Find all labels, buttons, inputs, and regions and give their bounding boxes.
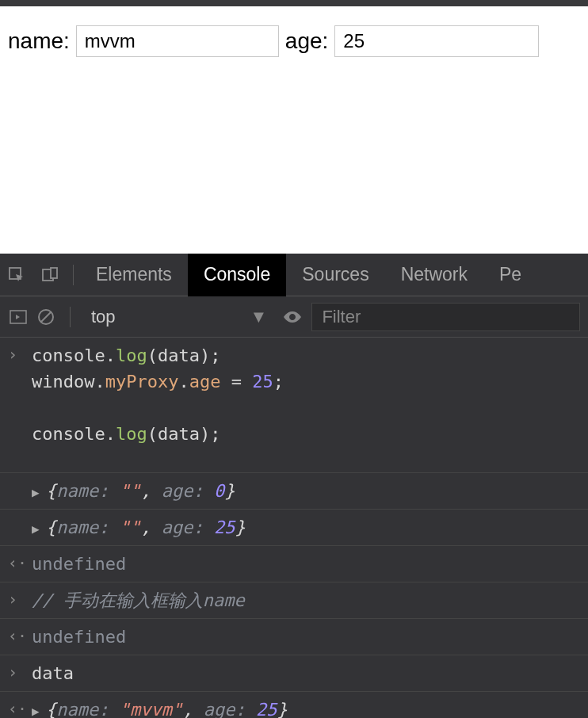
dropdown-icon: ▼ xyxy=(250,307,268,327)
page-content: name: age: xyxy=(0,6,588,254)
eye-icon[interactable] xyxy=(281,309,304,325)
console-input-comment[interactable]: › // 手动在输入框输入name xyxy=(0,582,588,619)
expand-arrow-icon[interactable]: ▶ xyxy=(32,520,46,539)
svg-line-5 xyxy=(41,312,51,322)
console-return-1: ‹· undefined xyxy=(0,546,588,582)
inspect-icon[interactable] xyxy=(0,265,33,285)
tab-elements[interactable]: Elements xyxy=(80,254,188,296)
console-input-data[interactable]: › data xyxy=(0,655,588,692)
output-marker-icon: ‹· xyxy=(8,551,27,575)
device-toggle-icon[interactable] xyxy=(33,265,67,285)
toolbar-divider xyxy=(70,307,71,327)
code-input: console.log(data); window.myProxy.age = … xyxy=(32,342,582,468)
tab-performance[interactable]: Pe xyxy=(483,254,537,296)
input-marker-icon: › xyxy=(8,342,17,366)
console-return-2: ‹· undefined xyxy=(0,619,588,655)
undefined-value: undefined xyxy=(32,554,126,574)
tab-network[interactable]: Network xyxy=(385,254,483,296)
tab-sources[interactable]: Sources xyxy=(286,254,384,296)
svg-rect-2 xyxy=(51,268,57,278)
expand-arrow-icon[interactable]: ▶ xyxy=(32,483,46,502)
console-toolbar: top ▼ xyxy=(0,296,588,338)
data-command: data xyxy=(32,663,74,683)
comment-text: // 手动在输入框输入name xyxy=(32,590,245,610)
filter-input[interactable] xyxy=(311,303,580,331)
name-input[interactable] xyxy=(76,25,279,57)
age-field-group: age: xyxy=(285,25,540,57)
input-marker-icon: › xyxy=(8,660,17,684)
tab-divider xyxy=(73,265,74,285)
console-output-3[interactable]: ‹· ▶{name: "mvvm", age: 25} xyxy=(0,692,588,718)
output-marker-icon: ‹· xyxy=(8,624,27,647)
output-marker-icon: ‹· xyxy=(8,697,27,718)
devtools-panel: Elements Console Sources Network Pe top … xyxy=(0,254,588,718)
undefined-value: undefined xyxy=(32,627,126,647)
age-label: age: xyxy=(285,29,329,54)
tab-console[interactable]: Console xyxy=(188,254,286,296)
console-output-2[interactable]: ▶{name: "", age: 25} xyxy=(0,510,588,546)
clear-console-icon[interactable] xyxy=(36,307,55,327)
name-label: name: xyxy=(8,29,70,54)
input-marker-icon: › xyxy=(8,587,17,611)
console-input-block[interactable]: › console.log(data); window.myProxy.age … xyxy=(0,338,588,473)
context-label: top xyxy=(91,307,116,327)
devtools-tabs: Elements Console Sources Network Pe xyxy=(0,254,588,296)
window-top-bar xyxy=(0,0,588,6)
console-output-1[interactable]: ▶{name: "", age: 0} xyxy=(0,473,588,510)
context-select[interactable]: top ▼ xyxy=(85,307,273,327)
name-field-group: name: xyxy=(8,25,279,57)
age-input[interactable] xyxy=(334,25,539,57)
console-body: › console.log(data); window.myProxy.age … xyxy=(0,338,588,718)
expand-arrow-icon[interactable]: ▶ xyxy=(32,702,46,718)
toggle-sidebar-icon[interactable] xyxy=(8,307,29,327)
